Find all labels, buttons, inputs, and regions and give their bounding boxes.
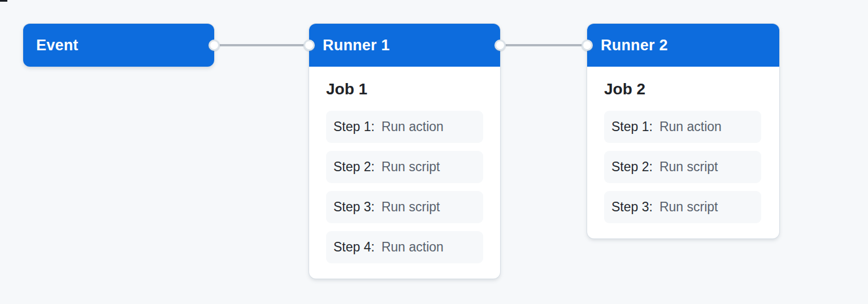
- step-row: Step 1: Run action: [326, 111, 483, 143]
- runner1-title: Runner 1: [323, 37, 390, 54]
- step-value: Run action: [659, 119, 722, 134]
- step-label: Step 4:: [333, 240, 375, 255]
- job1-title: Job 1: [326, 81, 483, 97]
- job2-title: Job 2: [604, 81, 762, 97]
- runner1-body: Job 1 Step 1: Run action Step 2: Run scr…: [309, 67, 500, 263]
- step-value: Run script: [659, 159, 718, 175]
- step-row: Step 3: Run script: [604, 191, 761, 223]
- connector-dot-runner1-right: [494, 40, 506, 51]
- connector-line-runner1-runner2: [500, 44, 587, 46]
- step-row: Step 3: Run script: [326, 191, 483, 223]
- job2-steps: Step 1: Run action Step 2: Run script St…: [604, 111, 762, 223]
- connector-line-event-runner1: [214, 44, 309, 46]
- runner1-card: Runner 1 Job 1 Step 1: Run action Step 2…: [309, 24, 500, 279]
- runner2-body: Job 2 Step 1: Run action Step 2: Run scr…: [587, 67, 779, 223]
- runner2-header: Runner 2: [587, 24, 779, 67]
- step-label: Step 1:: [333, 119, 375, 134]
- event-label: Event: [36, 37, 79, 54]
- step-row: Step 4: Run action: [326, 231, 483, 263]
- step-value: Run action: [381, 240, 444, 255]
- connector-dot-runner2-left: [581, 40, 593, 51]
- workflow-diagram: Event Runner 1 Job 1 Step 1: Run action …: [0, 0, 868, 304]
- step-label: Step 3:: [611, 199, 653, 215]
- screen-corner-artifact: [0, 0, 7, 2]
- step-label: Step 2:: [333, 159, 375, 175]
- step-value: Run action: [381, 119, 444, 134]
- step-row: Step 1: Run action: [604, 111, 761, 143]
- step-value: Run script: [381, 199, 440, 215]
- step-value: Run script: [659, 199, 718, 215]
- connector-dot-runner1-left: [303, 40, 315, 51]
- step-label: Step 2:: [611, 159, 653, 175]
- runner1-header: Runner 1: [309, 24, 500, 67]
- connector-dot-event-right: [209, 40, 220, 51]
- runner2-card: Runner 2 Job 2 Step 1: Run action Step 2…: [587, 24, 779, 238]
- step-label: Step 3:: [333, 199, 375, 215]
- runner2-title: Runner 2: [601, 37, 668, 54]
- step-row: Step 2: Run script: [326, 151, 483, 183]
- step-value: Run script: [381, 159, 440, 175]
- job1-steps: Step 1: Run action Step 2: Run script St…: [326, 111, 483, 263]
- step-label: Step 1:: [611, 119, 653, 134]
- step-row: Step 2: Run script: [604, 151, 761, 183]
- event-node: Event: [23, 24, 214, 67]
